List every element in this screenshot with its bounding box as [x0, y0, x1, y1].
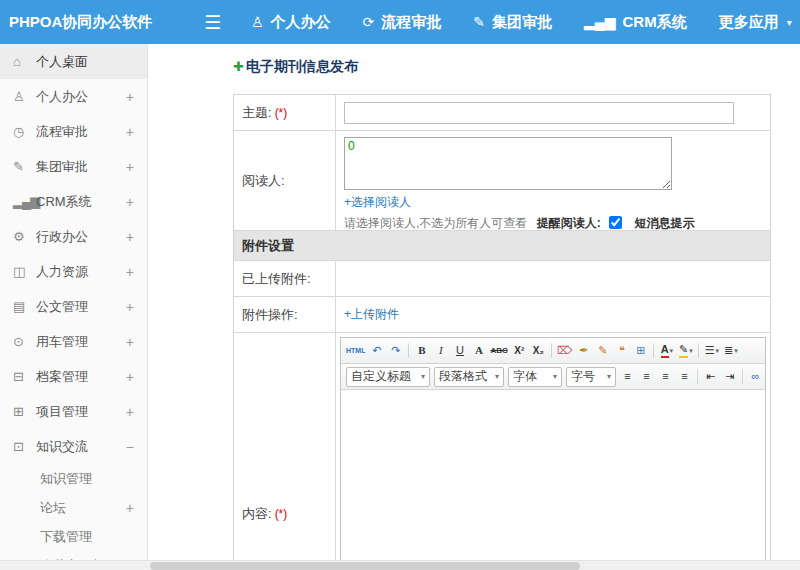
align-right-icon[interactable]: ≡ [657, 367, 674, 386]
html-source-icon[interactable]: HTML [345, 341, 366, 360]
sidebar-item-workflow-approval[interactable]: ◷ 流程审批 + [0, 114, 147, 149]
link-icon[interactable]: ∞ [747, 367, 764, 386]
readers-hint-text: 请选择阅读人,不选为所有人可查看 [344, 216, 527, 230]
align-center-icon[interactable]: ≡ [638, 367, 655, 386]
blockquote-icon[interactable]: ❝ [613, 341, 630, 360]
readers-label: 阅读人: [242, 172, 285, 190]
sidebar-item-personal-desktop[interactable]: ⌂ 个人桌面 [0, 44, 147, 79]
sidebar: ⌂ 个人桌面 ♙ 个人办公 + ◷ 流程审批 + ✎ 集团审批 + ▂▄▆ CR… [0, 44, 148, 570]
bold-icon[interactable]: B [413, 341, 430, 360]
subscript-icon[interactable]: X₂ [530, 341, 547, 360]
sidebar-item-label: 流程审批 [36, 123, 122, 141]
toolbar-glyph: A [475, 345, 483, 356]
subject-row: 主题:(*) [234, 95, 770, 131]
nav-more-apps[interactable]: 更多应用 ▾ [719, 13, 792, 32]
expand-toggle-icon: + [122, 334, 134, 350]
sidebar-item-vehicle-mgmt[interactable]: ⊙ 用车管理 + [0, 324, 147, 359]
align-left-icon[interactable]: ≡ [619, 367, 636, 386]
uploaded-attachments-label: 已上传附件: [242, 270, 311, 288]
toolbar-glyph: ✎ [598, 345, 607, 356]
edit-icon: ✎ [473, 15, 485, 29]
sidebar-subitem-label: 知识管理 [40, 470, 122, 488]
nav-label: 集团审批 [492, 13, 552, 32]
sidebar-item-hr[interactable]: ◫ 人力资源 + [0, 254, 147, 289]
attachment-section-row: 附件设置 [234, 231, 770, 261]
remind-readers-label: 提醒阅读人: [537, 216, 601, 230]
toolbar-glyph: ✒ [579, 345, 588, 356]
content-area: ✚电子期刊信息发布 主题:(*) 阅读人: 0 +选择阅读人 请选择阅读人,不选… [149, 44, 800, 570]
custom-heading-select[interactable]: 自定义标题 ▾ [346, 367, 430, 387]
sidebar-item-label: 用车管理 [36, 333, 122, 351]
sidebar-subitem-forum[interactable]: 论坛 + [0, 493, 147, 522]
hamburger-menu-icon[interactable]: ☰ [204, 13, 221, 32]
font-size-select[interactable]: 字号 ▾ [566, 367, 616, 387]
underline-icon[interactable]: U [451, 341, 468, 360]
toolbar-glyph: I [439, 345, 443, 356]
toolbar-glyph: ABC [490, 347, 507, 355]
highlight-color-icon[interactable]: ✎ ▾ [677, 341, 694, 360]
required-mark: (*) [275, 507, 288, 521]
sidebar-item-crm-system[interactable]: ▂▄▆ CRM系统 + [0, 184, 147, 219]
toolbar-glyph: ⌦ [557, 345, 573, 356]
paragraph-format-select[interactable]: 段落格式 ▾ [434, 367, 504, 387]
undo-icon[interactable]: ↶ [368, 341, 385, 360]
nav-crm-system[interactable]: ▂▄▆ CRM系统 [584, 13, 687, 32]
sidebar-item-archive-mgmt[interactable]: ⊟ 档案管理 + [0, 359, 147, 394]
sidebar-item-label: 项目管理 [36, 403, 122, 421]
sidebar-item-personal-office[interactable]: ♙ 个人办公 + [0, 79, 147, 114]
numbered-list-icon[interactable]: ≣ ▾ [722, 341, 739, 360]
toolbar-glyph: ≡ [624, 371, 630, 382]
superscript-icon[interactable]: X² [511, 341, 528, 360]
bullet-list-icon[interactable]: ☰ ▾ [703, 341, 720, 360]
toolbar-glyph: ⇥ [725, 371, 734, 382]
app-title: PHPOA协同办公软件 [0, 13, 148, 32]
subject-input[interactable] [344, 102, 734, 124]
strikethrough-icon[interactable]: ABC [489, 341, 508, 360]
table-icon[interactable]: ⊞ [632, 341, 649, 360]
sidebar-item-group-approval[interactable]: ✎ 集团审批 + [0, 149, 147, 184]
font-color-icon[interactable]: A ▾ [658, 341, 675, 360]
outdent-icon[interactable]: ⇤ [702, 367, 719, 386]
application-window: PHPOA协同办公软件 ☰ ♙ 个人办公 ⟳ 流程审批 ✎ 集团审批 ▂▄▆ C… [0, 0, 800, 570]
toolbar-glyph: ≣ [724, 345, 733, 356]
toolbar-glyph: ↶ [372, 345, 381, 356]
toolbar-separator [653, 343, 654, 358]
uploaded-attachments-cell [336, 261, 770, 296]
sidebar-item-knowledge-exchange[interactable]: ⊡ 知识交流 − [0, 429, 147, 464]
expand-toggle-icon: + [122, 264, 134, 280]
upload-attachment-link[interactable]: +上传附件 [344, 306, 399, 323]
toolbar-glyph: ☰ [705, 345, 715, 356]
redo-icon[interactable]: ↷ [387, 341, 404, 360]
sidebar-item-admin-office[interactable]: ⚙ 行政办公 + [0, 219, 147, 254]
toolbar-separator [698, 343, 699, 358]
font-family-select[interactable]: 字体 ▾ [508, 367, 562, 387]
toolbar-glyph: A [661, 343, 669, 357]
sidebar-item-label: 个人桌面 [36, 53, 122, 71]
horizontal-scrollbar-thumb[interactable] [150, 562, 580, 570]
required-mark: (*) [275, 106, 288, 120]
toolbar-separator [742, 369, 743, 384]
format-brush-icon[interactable]: ✒ [575, 341, 592, 360]
sms-reminder-checkbox[interactable] [609, 216, 622, 229]
italic-icon[interactable]: I [432, 341, 449, 360]
format-painter-icon[interactable]: ✎ [594, 341, 611, 360]
align-justify-icon[interactable]: ≡ [676, 367, 693, 386]
chevron-down-icon: ▾ [734, 347, 738, 355]
bar-chart-icon: ▂▄▆ [584, 15, 615, 29]
nav-group-approval[interactable]: ✎ 集团审批 [473, 13, 552, 32]
sidebar-subitem-download-mgmt[interactable]: 下载管理 [0, 522, 147, 551]
car-icon: ⊙ [13, 335, 36, 348]
readers-textarea[interactable]: 0 [344, 137, 672, 190]
sidebar-subitem-knowledge-mgmt[interactable]: 知识管理 [0, 464, 147, 493]
nav-workflow-approval[interactable]: ⟳ 流程审批 [363, 13, 442, 32]
editor-content-area[interactable] [341, 390, 765, 570]
sidebar-item-document-mgmt[interactable]: ▤ 公文管理 + [0, 289, 147, 324]
indent-icon[interactable]: ⇥ [721, 367, 738, 386]
uploaded-attachments-row: 已上传附件: [234, 261, 770, 297]
font-a-icon[interactable]: A [470, 341, 487, 360]
sidebar-item-project-mgmt[interactable]: ⊞ 项目管理 + [0, 394, 147, 429]
eraser-icon[interactable]: ⌦ [556, 341, 574, 360]
topbar: PHPOA协同办公软件 ☰ ♙ 个人办公 ⟳ 流程审批 ✎ 集团审批 ▂▄▆ C… [0, 0, 800, 44]
nav-personal-office[interactable]: ♙ 个人办公 [251, 13, 331, 32]
select-readers-link[interactable]: +选择阅读人 [344, 195, 411, 209]
